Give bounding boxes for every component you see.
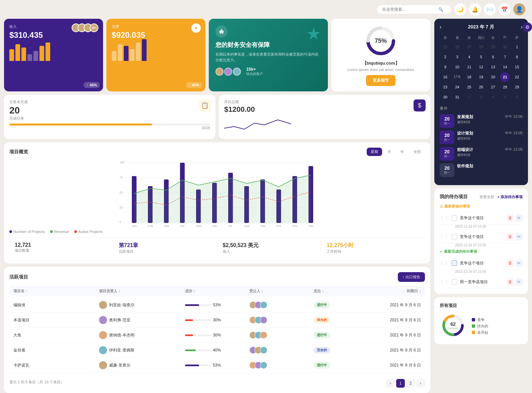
tab-month[interactable]: 月	[383, 148, 395, 156]
tab-week[interactable]: 星期	[367, 148, 382, 156]
cal-day-today[interactable]: 21	[500, 72, 510, 82]
todo-checkbox-1[interactable]	[452, 215, 457, 221]
todo-item-2: ⋮⋮ 竟争这个项目 🗑 ✏	[440, 230, 523, 243]
row-status: 进行中	[314, 332, 356, 338]
cal-day[interactable]: 24	[453, 82, 462, 92]
ebar-3	[124, 46, 128, 61]
cal-day[interactable]: 14	[500, 62, 510, 72]
cal-day[interactable]: 1	[464, 92, 474, 102]
cal-day[interactable]: 25	[441, 42, 450, 52]
todo-checkbox-2[interactable]	[452, 234, 457, 239]
promo-desc: 长期以来的事实是，读者在查看页面布局时会被页面的可读内容分散注意力。	[215, 52, 322, 63]
page-next-btn[interactable]: ›	[416, 379, 425, 388]
cal-day[interactable]: 2	[476, 92, 486, 102]
cal-day[interactable]: 18	[464, 72, 474, 82]
edit-btn-1[interactable]: ✏	[515, 214, 523, 222]
todo-checkbox-3[interactable]	[452, 260, 457, 266]
table-footer: 显示 1 到 5 条目（共 10 个条目） ‹ 1 2 ›	[9, 376, 425, 388]
cal-day[interactable]: 25	[464, 82, 474, 92]
tab-year[interactable]: 年	[396, 148, 408, 156]
cal-day[interactable]: 1	[512, 42, 522, 52]
view-all-todo-btn[interactable]: 查看全部	[479, 194, 494, 200]
delete-btn-1[interactable]: 🗑	[507, 214, 514, 222]
delete-btn-3[interactable]: 🗑	[507, 259, 514, 267]
edit-btn-2[interactable]: ✏	[515, 233, 523, 240]
tab-all[interactable]: 全部	[410, 148, 425, 156]
stat-num-active: 第721章	[119, 242, 212, 249]
cal-day[interactable]: 3	[453, 52, 462, 62]
add-todo-btn[interactable]: + 添加待办事项	[498, 194, 523, 200]
drag-icon[interactable]: ⋮⋮	[440, 279, 449, 285]
cal-prev-btn[interactable]: ‹	[440, 24, 441, 30]
notifications-btn[interactable]: 🔔	[469, 3, 481, 15]
stats-detail-btn[interactable]: 更多细节	[366, 75, 395, 86]
todo-actions: 查看全部 + 添加待办事项	[479, 194, 523, 200]
revenue-card: 收入 $310.435 25+ ↑	[4, 19, 103, 91]
cal-day[interactable]: 26	[453, 42, 462, 52]
cal-day[interactable]: 5	[512, 92, 522, 102]
cal-day[interactable]: 28	[500, 82, 510, 92]
cal-day[interactable]: 26	[476, 82, 486, 92]
delete-btn-4[interactable]: 🗑	[507, 278, 514, 286]
cal-day[interactable]: 17号	[453, 72, 462, 82]
theme-toggle-btn[interactable]: 🌙	[454, 3, 466, 15]
drag-icon[interactable]: ⋮⋮	[440, 234, 449, 239]
cal-day[interactable]: 29	[489, 42, 498, 52]
calendar-card: ‹ 2023 年 7 月 › ⚙ 苏 莫 涂 我们 社 Fr 萨 25 26 2	[434, 19, 528, 185]
expense-amount: $920.035	[112, 30, 200, 40]
cal-day[interactable]: 27	[489, 82, 498, 92]
search-input[interactable]	[382, 7, 436, 12]
cal-day[interactable]: 8	[512, 52, 522, 62]
page-2-btn[interactable]: 2	[406, 379, 415, 388]
page-prev-btn[interactable]: ‹	[386, 379, 395, 388]
cal-day[interactable]: 9	[441, 62, 450, 72]
todo-text-4: 周一竟争该项目	[460, 279, 504, 285]
right-column: ‹ 2023 年 7 月 › ⚙ 苏 莫 涂 我们 社 Fr 萨 25 26 2	[434, 19, 528, 393]
svg-text:Nov: Nov	[292, 224, 298, 227]
mail-btn[interactable]: ✉️	[484, 3, 496, 15]
expense-add-btn[interactable]: +	[191, 23, 201, 33]
cal-day[interactable]: 31	[453, 92, 462, 102]
cal-day[interactable]: 6	[489, 52, 498, 62]
calendar-btn[interactable]: 📅	[499, 3, 511, 15]
cal-day[interactable]: 10	[453, 62, 462, 72]
cal-day[interactable]: 19	[476, 72, 486, 82]
stat-label-hours: 工作时间	[327, 249, 420, 254]
drag-icon[interactable]: ⋮⋮	[440, 260, 449, 266]
delete-btn-2[interactable]: 🗑	[507, 233, 514, 240]
cal-day[interactable]: 4	[464, 52, 474, 62]
cal-day[interactable]: 3	[489, 92, 498, 102]
cal-day[interactable]: 20	[489, 72, 498, 82]
cal-day[interactable]: 15	[512, 62, 522, 72]
cal-day[interactable]: 7	[500, 52, 510, 62]
cal-day[interactable]: 2	[441, 52, 450, 62]
cal-day[interactable]: 23	[441, 82, 450, 92]
cal-day[interactable]: 13	[489, 62, 498, 72]
cal-day[interactable]: 5	[476, 52, 486, 62]
cal-day[interactable]: 22	[512, 72, 522, 82]
edit-btn-3[interactable]: ✏	[515, 259, 523, 267]
user-avatar[interactable]: 👤	[513, 3, 525, 15]
event-date-3: 20 周一	[440, 147, 454, 161]
export-btn[interactable]: ↑ 出口报告	[398, 272, 425, 282]
search-box[interactable]: 🔍	[377, 5, 451, 14]
table-row: 卡萨诺瓦 威廉·里查尔 53% 进行中 2021 年 9 月 6 日	[9, 358, 425, 373]
pav-2	[224, 68, 232, 76]
cal-day[interactable]: 11	[464, 62, 474, 72]
drag-icon[interactable]: ⋮⋮	[440, 215, 449, 221]
row-progress: 30%	[185, 333, 249, 337]
cal-day[interactable]: 30	[441, 92, 450, 102]
cal-day[interactable]: 28	[476, 42, 486, 52]
up-arrow-icon: ↑	[86, 83, 88, 87]
cal-settings-btn[interactable]: ⚙	[523, 22, 532, 32]
todo-card: 我的待办项目 查看全部 + 添加待办事项 ⚠ 最新要做的事情 ⋮⋮ 竟争这个项目…	[434, 188, 528, 294]
todo-checkbox-4[interactable]	[452, 279, 457, 285]
page-1-btn[interactable]: 1	[396, 379, 405, 388]
cal-day[interactable]: 4	[500, 92, 510, 102]
cal-day[interactable]: 30	[500, 42, 510, 52]
cal-day[interactable]: 12	[476, 62, 486, 72]
edit-btn-4[interactable]: ✏	[515, 278, 523, 286]
cal-day[interactable]: 29	[512, 82, 522, 92]
cal-day[interactable]: 16	[441, 72, 450, 82]
cal-day[interactable]: 27	[464, 42, 474, 52]
